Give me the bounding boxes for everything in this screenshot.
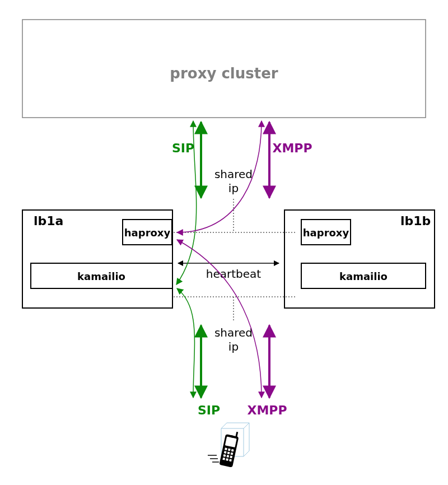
lb1b-label: lb1b xyxy=(400,214,431,228)
svg-rect-7 xyxy=(231,435,234,438)
svg-rect-8 xyxy=(235,432,238,437)
svg-rect-18 xyxy=(222,458,225,460)
sip-curve-bottom xyxy=(177,288,194,398)
xmpp-bottom-label: XMPP xyxy=(247,403,287,417)
phone-icon xyxy=(208,423,249,468)
proxy-cluster-title: proxy cluster xyxy=(170,65,278,82)
sip-top-label: SIP xyxy=(172,141,194,155)
shared-ip-top-line2: ip xyxy=(228,181,239,195)
node-lb1b: lb1b haproxy kamailio xyxy=(284,210,435,308)
lb1b-haproxy-label: haproxy xyxy=(303,227,349,239)
sip-bottom-label: SIP xyxy=(198,403,220,417)
svg-rect-16 xyxy=(226,455,229,458)
svg-rect-11 xyxy=(231,449,234,452)
shared-ip-top-line1: shared xyxy=(214,167,253,181)
heartbeat-label: heartbeat xyxy=(206,267,262,281)
xmpp-top-label: XMPP xyxy=(272,141,312,155)
svg-rect-9 xyxy=(225,447,227,450)
lb1a-label: lb1a xyxy=(34,214,63,228)
svg-rect-17 xyxy=(230,456,232,459)
svg-rect-12 xyxy=(224,451,227,454)
svg-rect-10 xyxy=(228,449,231,451)
shared-ip-bottom-line1: shared xyxy=(214,326,253,339)
lb1a-haproxy-label: haproxy xyxy=(124,227,171,239)
lb1a-kamailio-label: kamailio xyxy=(77,271,125,282)
svg-rect-15 xyxy=(223,454,226,457)
svg-rect-13 xyxy=(227,451,230,454)
svg-rect-19 xyxy=(226,458,228,461)
node-lb1a: lb1a haproxy kamailio xyxy=(22,210,172,308)
lb1b-kamailio-label: kamailio xyxy=(339,271,388,282)
svg-rect-20 xyxy=(229,459,232,461)
svg-rect-14 xyxy=(231,453,234,455)
shared-ip-bottom-line2: ip xyxy=(228,340,239,353)
